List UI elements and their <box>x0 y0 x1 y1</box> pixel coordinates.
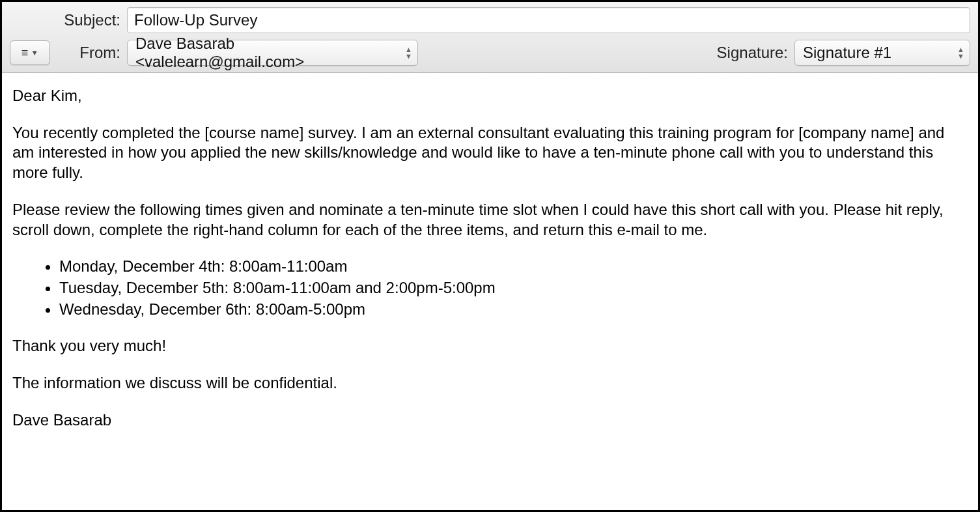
confidential-text: The information we discuss will be confi… <box>12 373 968 393</box>
from-row: ≡ ▼ From: Dave Basarab <valelearn@gmail.… <box>10 40 970 66</box>
hamburger-icon: ≡ <box>21 46 29 60</box>
list-item: Monday, December 4th: 8:00am-11:00am <box>59 257 968 277</box>
times-list: Monday, December 4th: 8:00am-11:00am Tue… <box>12 257 968 319</box>
subject-input[interactable] <box>127 7 970 33</box>
signature-value: Signature #1 <box>803 44 891 62</box>
body-paragraph: You recently completed the [course name]… <box>12 123 968 183</box>
list-item: Tuesday, December 5th: 8:00am-11:00am an… <box>59 278 968 298</box>
chevron-down-icon: ▼ <box>31 48 38 57</box>
from-select[interactable]: Dave Basarab <valelearn@gmail.com> ▲▼ <box>127 40 418 66</box>
options-menu-button[interactable]: ≡ ▼ <box>10 40 50 65</box>
compose-window: Subject: ≡ ▼ From: Dave Basarab <valelea… <box>0 0 980 512</box>
stepper-icon: ▲▼ <box>957 47 964 59</box>
message-body[interactable]: Dear Kim, You recently completed the [co… <box>2 73 978 510</box>
from-value: Dave Basarab <valelearn@gmail.com> <box>135 35 395 71</box>
subject-row: Subject: <box>10 7 970 33</box>
signoff-text: Dave Basarab <box>12 410 968 431</box>
body-paragraph: Please review the following times given … <box>12 200 968 240</box>
compose-header: Subject: ≡ ▼ From: Dave Basarab <valelea… <box>2 2 978 73</box>
greeting-text: Dear Kim, <box>12 86 968 106</box>
signature-label: Signature: <box>717 44 788 62</box>
stepper-icon: ▲▼ <box>405 47 412 59</box>
signature-select[interactable]: Signature #1 ▲▼ <box>794 40 970 66</box>
subject-label: Subject: <box>10 11 120 29</box>
from-label: From: <box>57 44 120 62</box>
thanks-text: Thank you very much! <box>12 336 968 356</box>
list-item: Wednesday, December 6th: 8:00am-5:00pm <box>59 300 968 320</box>
